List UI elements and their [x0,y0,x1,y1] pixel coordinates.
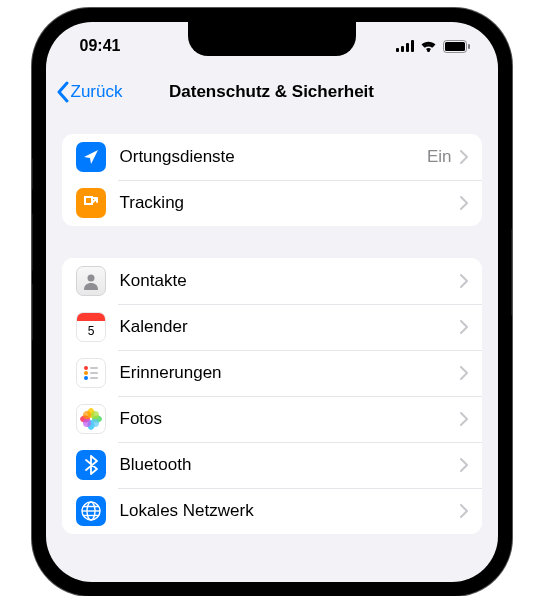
chevron-right-icon [460,150,468,164]
svg-rect-7 [468,44,470,49]
reminders-icon [76,358,106,388]
svg-point-22 [83,419,91,427]
svg-rect-14 [90,372,98,374]
contacts-icon [76,266,106,296]
chevron-right-icon [460,196,468,210]
tracking-icon [76,188,106,218]
chevron-right-icon [460,274,468,288]
row-label: Ortungsdienste [120,147,427,167]
chevron-right-icon [460,412,468,426]
svg-point-11 [84,371,88,375]
screen: 09:41 Zurück Datenschutz & Sicherheit [46,22,498,582]
chevron-right-icon [460,320,468,334]
status-time: 09:41 [80,37,121,55]
calendar-icon: 5 [76,312,106,342]
photos-icon [76,404,106,434]
row-local-network[interactable]: Lokales Netzwerk [62,488,482,534]
svg-point-4 [427,49,430,52]
mute-switch [32,158,33,190]
row-photos[interactable]: Fotos [62,396,482,442]
row-tracking[interactable]: Tracking [62,180,482,226]
chevron-right-icon [460,366,468,380]
settings-group-2: Kontakte 5 Kalender Erinnerungen [62,258,482,534]
row-label: Tracking [120,193,460,213]
svg-rect-13 [90,367,98,369]
svg-text:5: 5 [87,324,94,338]
settings-group-1: Ortungsdienste Ein Tracking [62,134,482,226]
chevron-right-icon [460,504,468,518]
chevron-left-icon [56,81,69,103]
back-label: Zurück [71,82,123,102]
row-value: Ein [427,147,452,167]
svg-rect-2 [406,43,409,52]
row-reminders[interactable]: Erinnerungen [62,350,482,396]
chevron-right-icon [460,458,468,472]
cellular-icon [396,40,414,52]
page-title: Datenschutz & Sicherheit [169,82,374,102]
volume-up [32,213,33,271]
content[interactable]: Ortungsdienste Ein Tracking [46,114,498,534]
row-label: Kalender [120,317,460,337]
svg-rect-0 [396,48,399,52]
status-indicators [396,40,470,53]
row-location-services[interactable]: Ortungsdienste Ein [62,134,482,180]
svg-point-8 [87,275,94,282]
location-icon [76,142,106,172]
globe-icon [76,496,106,526]
wifi-icon [420,40,437,52]
svg-point-23 [91,419,99,427]
row-contacts[interactable]: Kontakte [62,258,482,304]
svg-rect-15 [90,377,98,379]
row-label: Kontakte [120,271,460,291]
power-button [511,228,512,316]
svg-point-10 [84,366,88,370]
battery-icon [443,40,470,53]
svg-rect-3 [411,40,414,52]
phone-frame: 09:41 Zurück Datenschutz & Sicherheit [32,8,512,596]
row-label: Bluetooth [120,455,460,475]
row-calendar[interactable]: 5 Kalender [62,304,482,350]
bluetooth-icon [76,450,106,480]
svg-point-21 [91,411,99,419]
nav-bar: Zurück Datenschutz & Sicherheit [46,70,498,114]
svg-point-12 [84,376,88,380]
svg-rect-1 [401,46,404,52]
svg-rect-6 [445,42,465,51]
volume-down [32,283,33,341]
row-label: Lokales Netzwerk [120,501,460,521]
row-label: Fotos [120,409,460,429]
row-bluetooth[interactable]: Bluetooth [62,442,482,488]
row-label: Erinnerungen [120,363,460,383]
notch [188,22,356,56]
back-button[interactable]: Zurück [56,81,123,103]
